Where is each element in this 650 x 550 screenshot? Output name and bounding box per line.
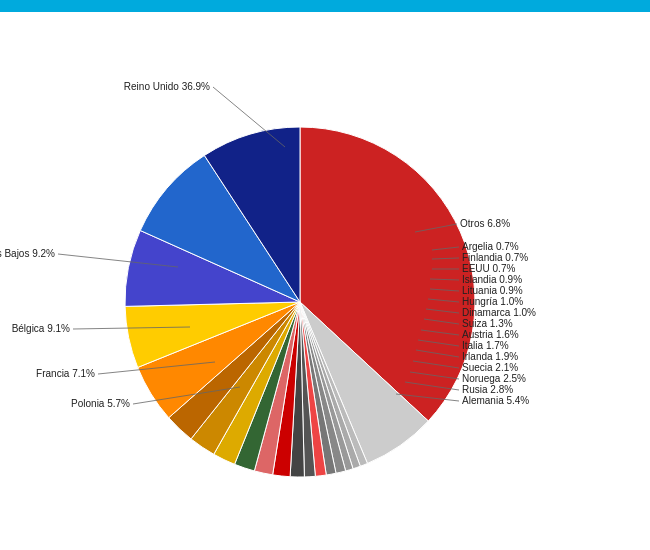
label-text: Francia 7.1% bbox=[36, 368, 95, 379]
label-text: Bélgica 9.1% bbox=[12, 323, 70, 334]
label-text: Suecia 2.1% bbox=[462, 362, 518, 373]
label-text: Lituania 0.9% bbox=[462, 285, 523, 296]
label-text: Austria 1.6% bbox=[462, 329, 519, 340]
label-text: Alemania 5.4% bbox=[462, 395, 529, 406]
label-text: Reino Unido 36.9% bbox=[124, 81, 210, 92]
header-bar bbox=[0, 0, 650, 12]
label-text: Otros 6.8% bbox=[460, 218, 510, 229]
label-text: Finlandia 0.7% bbox=[462, 252, 528, 263]
label-text: Rusia 2.8% bbox=[462, 384, 513, 395]
label-text: Islandia 0.9% bbox=[462, 274, 522, 285]
label-text: Dinamarca 1.0% bbox=[462, 307, 536, 318]
label-text: Países Bajos 9.2% bbox=[0, 248, 55, 259]
label-text: Polonia 5.7% bbox=[71, 398, 130, 409]
label-text: EEUU 0.7% bbox=[462, 263, 515, 274]
label-text: Suiza 1.3% bbox=[462, 318, 513, 329]
label-text: Hungría 1.0% bbox=[462, 296, 523, 307]
label-text: Argelia 0.7% bbox=[462, 241, 519, 252]
label-text: Irlanda 1.9% bbox=[462, 351, 518, 362]
pie-chart: Reino Unido 36.9%Otros 6.8%Argelia 0.7%F… bbox=[0, 12, 650, 502]
chart-container: Reino Unido 36.9%Otros 6.8%Argelia 0.7%F… bbox=[0, 12, 650, 502]
label-text: Noruega 2.5% bbox=[462, 373, 526, 384]
label-text: Italia 1.7% bbox=[462, 340, 509, 351]
